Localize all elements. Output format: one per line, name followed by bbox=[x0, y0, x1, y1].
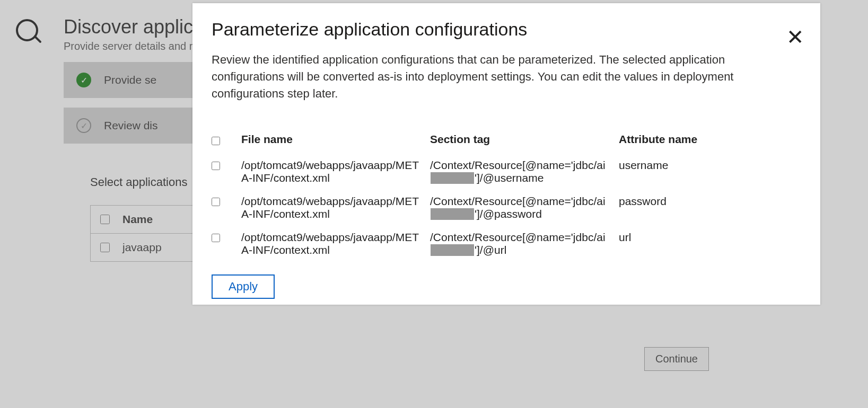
select-all-checkbox[interactable] bbox=[100, 215, 110, 224]
check-icon: ✓ bbox=[76, 73, 91, 87]
tag-prefix: /Context/Resource[@name='jdbc/ai bbox=[430, 195, 606, 207]
tag-suffix: ']/@username bbox=[475, 172, 543, 184]
app-name: javaapp bbox=[122, 241, 162, 254]
step-label: Provide se bbox=[104, 74, 156, 86]
config-section-tag: /Context/Resource[@name='jdbc/ai ']/@url bbox=[430, 231, 610, 256]
config-header-row: File name Section tag Attribute name bbox=[212, 128, 799, 154]
config-attr: username bbox=[619, 159, 725, 172]
col-attr-header: Attribute name bbox=[619, 133, 725, 146]
modal-title: Parameterize application configurations bbox=[212, 19, 799, 40]
config-attr: password bbox=[619, 195, 725, 208]
redacted-segment bbox=[431, 208, 474, 220]
config-row-checkbox[interactable] bbox=[212, 234, 220, 242]
continue-button[interactable]: Continue bbox=[644, 347, 709, 371]
config-row: /opt/tomcat9/webapps/javaapp/META-INF/co… bbox=[212, 226, 799, 262]
config-file: /opt/tomcat9/webapps/javaapp/META-INF/co… bbox=[241, 159, 422, 184]
check-outline-icon: ✓ bbox=[76, 118, 91, 133]
modal-description: Review the identified application config… bbox=[212, 51, 784, 102]
config-row: /opt/tomcat9/webapps/javaapp/META-INF/co… bbox=[212, 190, 799, 226]
close-icon[interactable]: ✕ bbox=[786, 26, 804, 48]
redacted-segment bbox=[431, 244, 474, 256]
config-table: File name Section tag Attribute name /op… bbox=[212, 128, 799, 262]
config-row: /opt/tomcat9/webapps/javaapp/META-INF/co… bbox=[212, 154, 799, 190]
search-icon bbox=[16, 16, 48, 408]
config-file: /opt/tomcat9/webapps/javaapp/META-INF/co… bbox=[241, 231, 422, 256]
apply-button[interactable]: Apply bbox=[212, 274, 275, 299]
tag-prefix: /Context/Resource[@name='jdbc/ai bbox=[430, 231, 606, 243]
config-row-checkbox[interactable] bbox=[212, 198, 220, 206]
col-tag-header: Section tag bbox=[430, 133, 610, 146]
parameterize-modal: Parameterize application configurations … bbox=[192, 3, 820, 305]
tag-suffix: ']/@url bbox=[475, 244, 506, 256]
select-all-config-checkbox[interactable] bbox=[212, 137, 220, 145]
config-file: /opt/tomcat9/webapps/javaapp/META-INF/co… bbox=[241, 195, 422, 220]
config-row-checkbox[interactable] bbox=[212, 162, 220, 170]
config-section-tag: /Context/Resource[@name='jdbc/ai ']/@pas… bbox=[430, 195, 610, 220]
tag-suffix: ']/@password bbox=[475, 208, 542, 220]
config-section-tag: /Context/Resource[@name='jdbc/ai ']/@use… bbox=[430, 159, 610, 184]
step-label: Review dis bbox=[104, 119, 158, 132]
col-file-header: File name bbox=[241, 133, 422, 146]
config-attr: url bbox=[619, 231, 725, 244]
col-name-header: Name bbox=[122, 213, 153, 226]
row-checkbox[interactable] bbox=[100, 243, 110, 252]
tag-prefix: /Context/Resource[@name='jdbc/ai bbox=[430, 159, 606, 171]
redacted-segment bbox=[431, 172, 474, 184]
